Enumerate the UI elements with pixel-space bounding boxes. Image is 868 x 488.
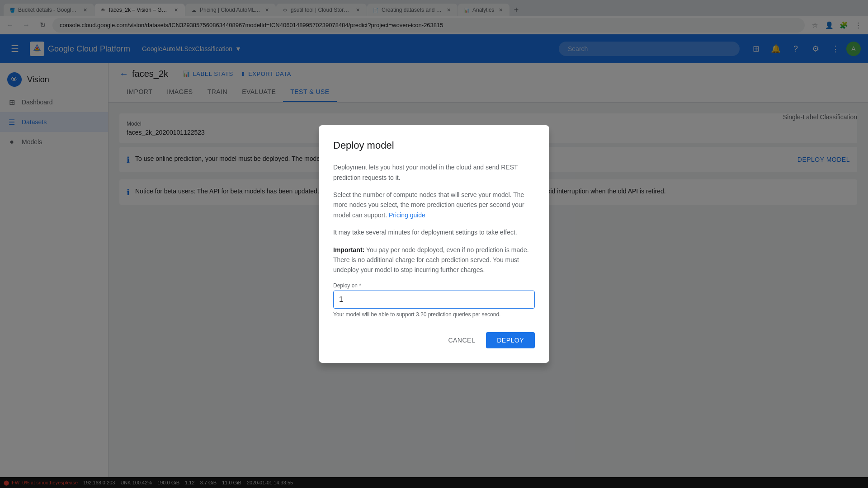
deploy-model-modal: Deploy model Deployment lets you host yo… xyxy=(319,125,549,363)
deploy-on-form-group: Deploy on * Your model will be able to s… xyxy=(333,282,535,318)
modal-actions: CANCEL DEPLOY xyxy=(333,332,535,348)
cancel-button[interactable]: CANCEL xyxy=(441,332,482,348)
modal-para-2: Select the number of compute nodes that … xyxy=(333,190,535,220)
modal-title: Deploy model xyxy=(333,140,535,151)
important-label: Important: xyxy=(333,246,364,253)
modal-overlay[interactable]: Deploy model Deployment lets you host yo… xyxy=(0,0,868,488)
modal-para-4: Important: You pay per node deployed, ev… xyxy=(333,245,535,275)
modal-para-3: It may take several minutes for deployme… xyxy=(333,227,535,237)
pricing-guide-link-modal[interactable]: Pricing guide xyxy=(389,211,425,219)
deploy-on-label: Deploy on * xyxy=(333,282,535,289)
form-helper-text: Your model will be able to support 3.20 … xyxy=(333,311,535,318)
modal-para-1: Deployment lets you host your model in t… xyxy=(333,162,535,183)
deploy-button[interactable]: DEPLOY xyxy=(486,332,535,348)
deploy-on-input[interactable] xyxy=(333,291,535,309)
